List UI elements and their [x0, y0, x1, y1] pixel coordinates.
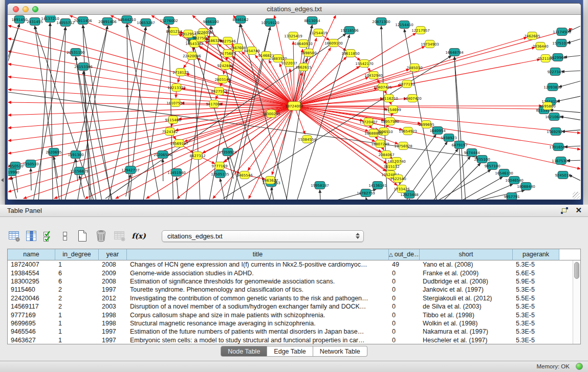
graph-node[interactable]: 9827546	[220, 37, 236, 45]
graph-node[interactable]: 15751074	[552, 39, 571, 47]
graph-node[interactable]: 16546100	[495, 169, 513, 177]
table-row[interactable]: 1830029562008Estimation of significance …	[8, 277, 573, 286]
column-header-out_de[interactable]: △out_de…	[389, 249, 420, 260]
graph-node[interactable]: 11254419	[309, 29, 328, 37]
show-columns-button[interactable]	[24, 229, 38, 243]
splitter-collapse-icon[interactable]	[1, 178, 4, 182]
graph-node[interactable]: 20871300	[372, 18, 390, 26]
graph-node[interactable]: 9957791	[504, 193, 519, 200]
network-canvas[interactable]: 1891450243145514137210140557122091140620…	[8, 15, 580, 200]
graph-node[interactable]: 19958187	[311, 182, 329, 189]
graph-node[interactable]: 5938923	[441, 134, 456, 142]
graph-node[interactable]: 1591300	[68, 151, 83, 159]
graph-node[interactable]: 10653287	[137, 19, 155, 27]
new-column-button[interactable]	[75, 229, 89, 243]
graph-node[interactable]: 19611850	[341, 50, 360, 57]
graph-node[interactable]: 11451940	[167, 169, 186, 177]
graph-node[interactable]: 16210643	[545, 113, 563, 121]
graph-node[interactable]: 2431455	[27, 18, 42, 26]
graph-node[interactable]: 7485030	[406, 64, 422, 72]
graph-node[interactable]: 12093832	[543, 83, 562, 91]
graph-node[interactable]: 10407420	[403, 95, 422, 102]
graph-node[interactable]: 1350510	[23, 160, 38, 168]
graph-node[interactable]: 9245012	[555, 171, 571, 179]
graph-node[interactable]: 8454749	[244, 47, 259, 55]
graph-node[interactable]: 20531190	[67, 49, 85, 56]
graph-node[interactable]: 19218596	[340, 27, 359, 34]
graph-node[interactable]: 12116210	[380, 95, 398, 102]
table-select[interactable]: citations_edges.txt	[162, 230, 364, 242]
tab-network-table[interactable]: Network Table	[313, 346, 367, 357]
graph-node[interactable]: 8946162	[232, 16, 248, 24]
network-window-titlebar[interactable]: citations_edges.txt	[8, 4, 581, 15]
graph-node[interactable]: 9466100	[203, 18, 219, 26]
vertical-scrollbar[interactable]	[573, 260, 580, 344]
graph-node[interactable]: 14569117	[170, 140, 188, 147]
graph-node[interactable]: 16107554	[166, 99, 185, 107]
graph-node[interactable]: 15276002	[160, 17, 178, 25]
graph-node[interactable]: 9227343	[547, 68, 563, 76]
table-row[interactable]: 946362711997Embryonic stem cells: a mode…	[8, 336, 573, 344]
column-header-pagerank[interactable]: pagerank	[513, 249, 559, 260]
graph-node[interactable]: 15692921	[547, 128, 565, 136]
row-height-button[interactable]	[58, 229, 72, 243]
table-row[interactable]: 1938455462009Genome-wide association stu…	[8, 269, 573, 277]
graph-node[interactable]: 12154410	[395, 21, 413, 29]
resize-grip-icon[interactable]	[573, 192, 580, 199]
graph-node[interactable]: 8813054	[304, 17, 320, 25]
graph-node[interactable]: 10046540	[505, 177, 524, 184]
graph-node[interactable]: 1891450	[11, 16, 27, 24]
delete-column-button[interactable]	[94, 229, 108, 243]
select-rows-button[interactable]	[41, 229, 55, 243]
graph-node[interactable]: 15542170	[355, 60, 374, 68]
tab-edge-table[interactable]: Edge Table	[267, 346, 313, 357]
table-row[interactable]: 911546021997Tourette syndrome. Phenomeno…	[8, 286, 573, 294]
graph-node[interactable]: 1877152	[399, 80, 415, 88]
graph-node[interactable]: 13325419	[284, 32, 302, 40]
table-row[interactable]: 969969511998Structural magnetic resonanc…	[8, 319, 573, 327]
graph-node[interactable]: 2620695	[46, 148, 61, 156]
graph-node[interactable]: 16648784	[445, 49, 464, 56]
graph-node[interactable]: 20891406	[98, 18, 117, 26]
table-row[interactable]: 946554611997Estimation of the future num…	[8, 327, 573, 336]
column-header-name[interactable]: name	[8, 249, 55, 260]
graph-node[interactable]: 1640954	[429, 127, 446, 135]
graph-node[interactable]: 6479197	[451, 141, 467, 149]
graph-node[interactable]: 9465546	[236, 171, 253, 179]
close-panel-icon[interactable]: ✕	[575, 207, 582, 214]
citation-graph[interactable]: 1891450243145514137210140557122091140620…	[8, 15, 580, 200]
graph-node[interactable]: 20206526	[154, 151, 172, 159]
delete-table-button[interactable]	[113, 229, 127, 243]
graph-node[interactable]: 18544210	[118, 16, 136, 24]
graph-node[interactable]: 11174500	[553, 28, 571, 36]
graph-node[interactable]: 12942737	[121, 166, 140, 174]
graph-node[interactable]: 19654923	[399, 127, 417, 135]
graph-node[interactable]: 7462605	[524, 32, 540, 40]
scrollbar-thumb[interactable]	[574, 262, 579, 279]
graph-node[interactable]: 16609100	[324, 39, 343, 47]
graph-node[interactable]: 19756928	[394, 142, 412, 150]
column-header-year[interactable]: year	[99, 249, 127, 260]
graph-node[interactable]: 2718129	[172, 69, 188, 76]
column-header-short[interactable]: short	[420, 249, 513, 260]
graph-node[interactable]: 7524342	[162, 128, 178, 136]
graph-node[interactable]: 8427552	[211, 87, 227, 95]
table-row[interactable]: 2242004622012Investigating the contribut…	[8, 294, 573, 302]
tab-node-table[interactable]: Node Table	[221, 346, 267, 357]
graph-node[interactable]: 17016504	[549, 143, 568, 151]
table-row[interactable]: 977716911998Corpus callosum shape and si…	[8, 311, 573, 319]
graph-node[interactable]: 9474444	[464, 149, 480, 157]
graph-node[interactable]: 9115460	[165, 116, 181, 124]
function-builder-button[interactable]: f(x)	[132, 229, 146, 243]
column-header-in_degree[interactable]: in_degree	[55, 249, 99, 260]
float-panel-icon[interactable]	[561, 207, 568, 214]
column-header-title[interactable]: title	[127, 249, 389, 260]
graph-node[interactable]: 2935100	[474, 156, 490, 163]
graph-node[interactable]: 1862615	[295, 63, 311, 71]
table-row[interactable]: 1872400712008Changes of HCN gene express…	[8, 260, 573, 269]
graph-node[interactable]: 18088440	[517, 183, 535, 190]
graph-node[interactable]: 2036440	[532, 42, 548, 50]
table-mode-button[interactable]	[7, 229, 21, 243]
graph-node[interactable]: 14136141	[368, 182, 387, 189]
table-row[interactable]: 1456911722003Disruption of a novel membe…	[8, 302, 573, 311]
